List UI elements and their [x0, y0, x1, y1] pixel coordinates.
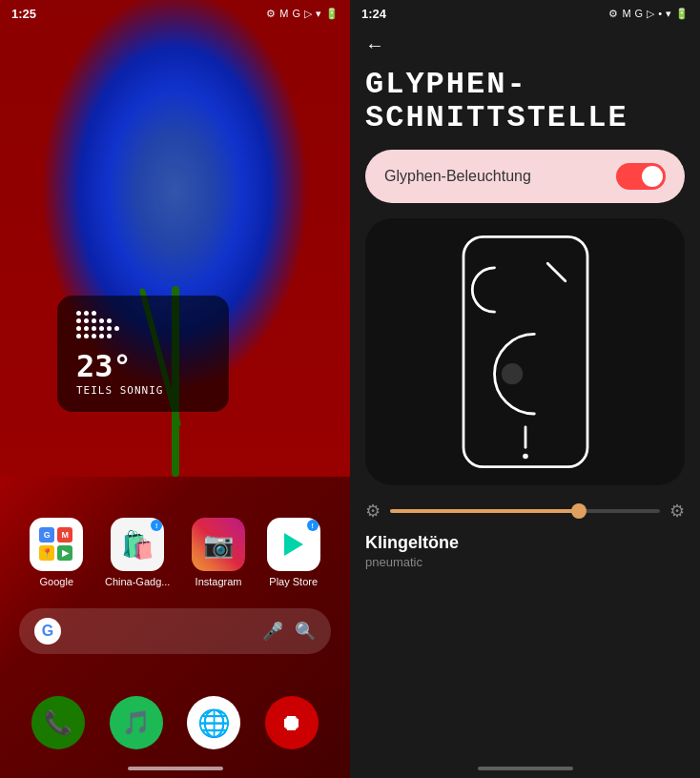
ringtone-title: Klingeltöne [365, 533, 685, 553]
left-status-icons: ⚙ M G ▷ ▾ 🔋 [266, 8, 339, 20]
weather-widget: 23° TEILS SONNIG [57, 296, 229, 412]
google-search-logo: G [34, 618, 61, 645]
r-battery-icon: 🔋 [675, 8, 689, 20]
g-yellow: 📍 [39, 545, 54, 561]
app-item-instagram[interactable]: 📷 Instagram [192, 518, 245, 587]
play-triangle [284, 533, 303, 556]
dock-phone[interactable]: 📞 [31, 696, 85, 749]
r-google-icon: G [635, 8, 644, 19]
page-title: GLYPHEN-SCHNITTSTELLE [365, 68, 685, 134]
app-label-google: Google [40, 576, 73, 587]
left-status-bar: 1:25 ⚙ M G ▷ ▾ 🔋 [0, 0, 350, 27]
toggle-label: Glyphen-Beleuchtung [384, 168, 531, 185]
gmail-icon: M [279, 8, 288, 19]
g-blue: G [39, 527, 54, 543]
right-status-bar: 1:24 ⚙ M G ▷ • ▾ 🔋 [350, 0, 700, 27]
right-title-section: GLYPHEN-SCHNITTSTELLE [350, 60, 700, 150]
right-time: 1:24 [361, 7, 386, 21]
r-settings-icon: ⚙ [608, 8, 618, 20]
settings-icon: ⚙ [266, 8, 276, 20]
search-bar[interactable]: G 🎤 🔍 [19, 608, 331, 654]
app-item-google[interactable]: G M 📍 ▶ Google [30, 518, 83, 587]
app-item-china-gadget[interactable]: 🛍️ ! China-Gadg... [105, 518, 170, 587]
glyph-toggle[interactable] [616, 163, 666, 190]
app-label-china-gadget: China-Gadg... [105, 576, 170, 587]
svg-point-2 [501, 363, 522, 384]
app-label-instagram: Instagram [196, 576, 242, 587]
ringtone-section: Klingeltöne pneumatic [350, 533, 700, 569]
svg-line-1 [547, 264, 566, 282]
dock-chrome[interactable]: 🌐 [187, 696, 240, 749]
r-gmail-icon: M [622, 8, 630, 19]
app-icon-play-store[interactable]: ! [267, 518, 320, 571]
app-label-play-store: Play Store [269, 576, 318, 587]
brightness-high-icon: ⚙ [669, 501, 685, 522]
home-indicator-left [128, 767, 223, 770]
wifi-icon: ▾ [316, 8, 321, 20]
r-wifi-icon: ▾ [666, 8, 671, 20]
slider-fill [390, 509, 579, 513]
right-panel: 1:24 ⚙ M G ▷ • ▾ 🔋 ← GLYPHEN-SCHNITTSTEL… [350, 0, 700, 778]
bottom-dock: 📞 🎵 🌐 ⏺ [0, 696, 350, 749]
right-header: ← [350, 27, 700, 60]
weather-temperature: 23° [76, 348, 210, 384]
microphone-icon[interactable]: 🎤 [262, 621, 283, 642]
right-status-icons: ⚙ M G ▷ • ▾ 🔋 [608, 8, 689, 20]
brightness-slider[interactable] [390, 509, 660, 513]
app-icon-instagram[interactable]: 📷 [192, 518, 245, 571]
app-icon-china-gadget[interactable]: 🛍️ ! [111, 518, 164, 571]
dock-spotify[interactable]: 🎵 [110, 696, 163, 749]
app-item-play-store[interactable]: ! Play Store [267, 518, 320, 587]
google-icon: G [292, 8, 300, 19]
back-button[interactable]: ← [365, 34, 384, 55]
slider-thumb[interactable] [571, 503, 587, 519]
phone-illustration [365, 218, 685, 485]
home-indicator-right [478, 767, 573, 770]
g-green: ▶ [57, 545, 72, 561]
dock-camera[interactable]: ⏺ [265, 696, 319, 749]
app-icons-row: G M 📍 ▶ Google 🛍️ ! China-Gadg... 📷 [0, 518, 350, 587]
battery-icon: 🔋 [325, 8, 339, 20]
r-play-icon: ▷ [647, 8, 654, 20]
lens-icon[interactable]: 🔍 [295, 621, 316, 642]
brightness-low-icon: ⚙ [365, 501, 381, 522]
g-red: M [57, 527, 72, 543]
search-action-icons: 🎤 🔍 [262, 621, 316, 642]
brightness-row: ⚙ ⚙ [365, 501, 685, 522]
glyph-phone-svg [440, 228, 611, 476]
toggle-row-glyph[interactable]: Glyphen-Beleuchtung [365, 150, 685, 203]
play-icon: ▷ [304, 8, 312, 20]
ringtone-value: pneumatic [365, 555, 685, 569]
left-time: 1:25 [11, 7, 36, 21]
app-icon-google[interactable]: G M 📍 ▶ [30, 518, 83, 571]
svg-point-4 [523, 454, 528, 460]
weather-description: TEILS SONNIG [76, 384, 210, 397]
r-dot: • [658, 8, 662, 19]
left-panel: 1:25 ⚙ M G ▷ ▾ 🔋 23° TEILS SONNIG [0, 0, 350, 778]
weather-icon [76, 311, 210, 338]
